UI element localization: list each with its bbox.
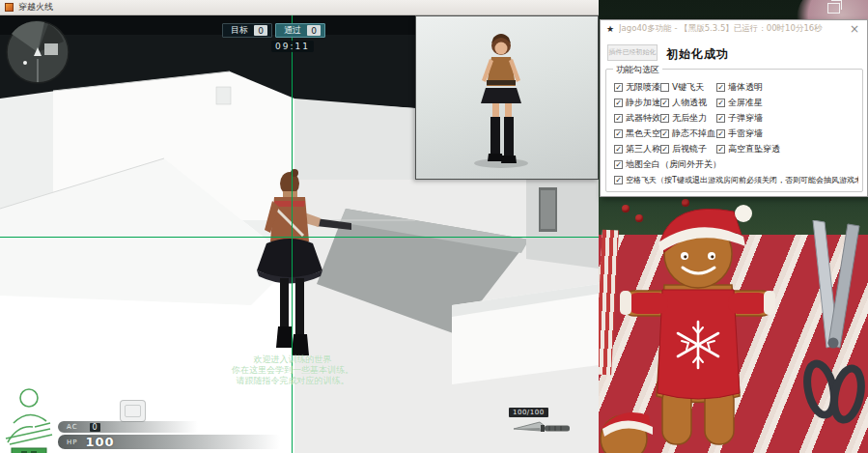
armor-value: 0 [90,423,100,432]
star-icon: ★ [606,24,614,34]
checkbox-checked-icon[interactable]: ✓ [614,83,623,92]
health-label: HP [67,439,78,446]
second-cookie [599,406,660,453]
armor-bar: AC 0 [58,421,198,433]
feature-checkbox[interactable]: ✓无后坐力 [660,112,716,125]
feature-checkbox[interactable]: V键飞天 [660,81,716,94]
welcome-text-line: 你在这里会学到一些基本训练。 [172,365,413,376]
checkbox-checked-icon[interactable]: ✓ [614,114,623,123]
game-window: 穿越火线 [0,0,599,453]
objective-value: 0 [254,25,267,36]
feature-checkbox[interactable]: ✓武器特效 [614,112,660,125]
welcome-message: 欢迎进入训练的世界你在这里会学到一些基本训练。请跟随指令完成对应的训练。 [172,354,413,386]
checkbox-checked-icon[interactable]: ✓ [716,114,725,123]
feature-checkbox-label: 子弹穿墙 [728,112,763,125]
feature-checkbox[interactable]: ✓空格飞天（按T键或退出游戏房间前必须关闭，否则可能会抽风游戏未响应） [614,175,858,185]
init-status-text: 初始化成功 [666,46,729,63]
feature-checkbox-label: 高空直坠穿透 [728,143,780,156]
feature-checkbox-label: 无限喷漆 [626,81,660,94]
checkbox-unchecked-icon[interactable] [660,83,669,92]
feature-checkbox-label: 空格飞天（按T键或退出游戏房间前必须关闭，否则可能会抽风游戏未响应） [626,175,858,185]
feature-checkbox-label: 后视镜子 [672,143,707,156]
feature-checkbox[interactable]: ✓无限喷漆 [614,81,660,94]
checkbox-checked-icon[interactable]: ✓ [716,99,725,107]
cheat-tool-window: ★ Jago40多功能 - 【黑版5.3.5】已运行：00时10分16秒 × 插… [600,19,868,197]
ammo-counter: 100/100 [509,408,548,417]
preview-character [416,16,598,179]
feature-checkbox-label: 无后坐力 [672,112,707,125]
feature-groupbox: 功能勾选区 ✓无限喷漆V键飞天✓墙体透明✓静步加速✓人物透视✓全屏准星✓武器特效… [605,69,863,192]
checkbox-checked-icon[interactable]: ✓ [614,145,623,154]
game-window-title: 穿越火线 [18,1,53,14]
feature-checkbox[interactable]: ✓后视镜子 [660,143,716,156]
feature-checkbox-label: 武器特效 [626,112,660,125]
welcome-text-line: 欢迎进入训练的世界 [172,354,413,365]
objective-box: 目标 0 [222,23,272,38]
feature-checkbox[interactable]: ✓第三人称 [614,143,660,156]
screen: 穿越火线 [0,0,868,453]
feature-checkbox-label: 墙体透明 [728,81,763,94]
pass-box: 通过 0 [275,23,325,38]
knife-icon [513,419,574,437]
character-preview-inset [415,15,599,180]
checkbox-checked-icon[interactable]: ✓ [716,145,725,154]
checkbox-checked-icon[interactable]: ✓ [660,145,669,154]
round-timer: 09:11 [271,41,314,52]
feature-checkbox-label: 地图全白（房间外开关） [626,158,721,171]
checkbox-checked-icon[interactable]: ✓ [614,176,623,184]
crosshair-horizontal-line [0,237,599,238]
health-value: 100 [86,435,115,449]
scissors [799,220,868,447]
feature-checkbox[interactable]: ✓黑色天空 [614,127,660,140]
feature-group-label: 功能勾选区 [613,64,662,76]
game-titlebar[interactable]: 穿越火线 [0,0,599,15]
feature-checkbox-label: 黑色天空 [626,127,660,140]
checkbox-checked-icon[interactable]: ✓ [614,160,623,169]
feature-checkbox-grid: ✓无限喷漆V键飞天✓墙体透明✓静步加速✓人物透视✓全屏准星✓武器特效✓无后坐力✓… [614,79,858,187]
checkbox-checked-icon[interactable]: ✓ [660,129,669,138]
checkbox-checked-icon[interactable]: ✓ [614,129,623,138]
feature-checkbox-label: 人物透视 [672,97,707,109]
feature-checkbox[interactable]: ✓墙体透明 [716,81,858,94]
game-viewport[interactable]: 目标 0 通过 0 09:11 [0,15,599,453]
soldier-hud-icon [0,384,60,453]
player-character [243,162,354,360]
feature-checkbox[interactable]: ✓高空直坠穿透 [716,143,858,156]
welcome-text-line: 请跟随指令完成对应的训练。 [172,376,413,386]
feature-checkbox[interactable]: ✓手雷穿墙 [716,127,858,140]
crosshair-vertical-line [292,15,293,453]
armor-label: AC [67,423,78,431]
feature-checkbox[interactable]: ✓地图全白（房间外开关） [614,158,858,171]
health-bar: HP 100 [58,435,280,449]
feature-checkbox[interactable]: ✓全屏准星 [716,97,858,109]
objective-label: 目标 [231,24,248,37]
window-restore-icon[interactable] [827,3,840,14]
checkbox-checked-icon[interactable]: ✓ [716,129,725,138]
init-button[interactable]: 插件已经初始化 [607,44,658,61]
checkbox-checked-icon[interactable]: ✓ [660,99,669,107]
feature-checkbox-label: V键飞天 [672,81,704,94]
feature-checkbox-label: 静态不掉血 [672,127,715,140]
checkbox-checked-icon[interactable]: ✓ [614,99,623,107]
feature-checkbox-label: 手雷穿墙 [728,127,763,140]
pass-label: 通过 [284,24,301,37]
feature-checkbox-label: 全屏准星 [728,97,763,109]
game-app-icon [5,3,14,12]
feature-checkbox[interactable]: ✓子弹穿墙 [716,112,858,125]
tool-window-title: Jago40多功能 - 【黑版5.3.5】已运行：00时10分16秒 [619,23,848,35]
feature-checkbox[interactable]: ✓人物透视 [660,97,716,109]
checkbox-checked-icon[interactable]: ✓ [660,114,669,123]
feature-checkbox-label: 第三人称 [626,143,660,156]
score-panel: 目标 0 通过 0 [222,23,325,38]
equipment-slot [120,400,146,422]
tool-titlebar[interactable]: ★ Jago40多功能 - 【黑版5.3.5】已运行：00时10分16秒 × [601,20,867,37]
checkbox-checked-icon[interactable]: ✓ [716,83,725,92]
feature-checkbox[interactable]: ✓静态不掉血 [660,127,716,140]
minimap [6,20,70,84]
feature-checkbox[interactable]: ✓静步加速 [614,97,660,109]
close-icon[interactable]: × [848,24,861,34]
feature-checkbox-label: 静步加速 [626,97,660,109]
pass-value: 0 [307,25,321,36]
